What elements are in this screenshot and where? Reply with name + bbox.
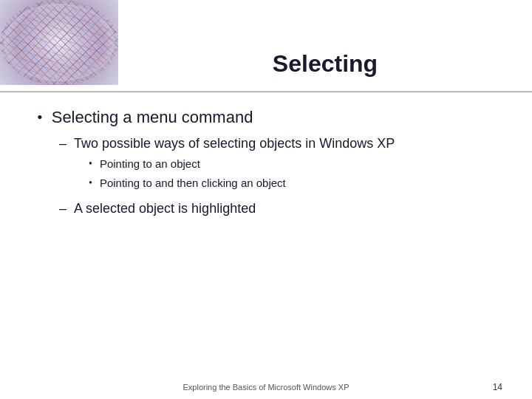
sub-sub-list: • Pointing to an object • Pointing to an… (89, 156, 395, 192)
sub-bullet-2: • Pointing to and then clicking an objec… (89, 175, 395, 192)
header-image (0, 0, 118, 85)
slide-title: Selecting (273, 50, 378, 78)
header: Selecting (0, 0, 532, 92)
sub-bullet-icon-2: • (89, 175, 92, 191)
content-area: • Selecting a menu command – Two possibl… (0, 92, 532, 399)
bullet-icon-1: • (37, 107, 43, 129)
dash-item-1-content: Two possible ways of selecting objects i… (74, 134, 395, 195)
bullet-text-1: Selecting a menu command (52, 107, 253, 129)
title-area: Selecting (118, 50, 532, 85)
sub-bullet-icon-1: • (89, 156, 92, 171)
decorative-image (0, 0, 118, 85)
dash-text-1: Two possible ways of selecting objects i… (74, 136, 395, 151)
dash-icon-1: – (59, 134, 66, 153)
dash-icon-2: – (59, 200, 66, 218)
sub-list-1: – Two possible ways of selecting objects… (59, 134, 495, 218)
sub-bullet-text-2: Pointing to and then clicking an object (100, 175, 286, 192)
sub-bullet-text-1: Pointing to an object (100, 156, 200, 173)
slide: Selecting • Selecting a menu command – T… (0, 0, 532, 399)
footer-text: Exploring the Basics of Microsoft Window… (30, 383, 502, 392)
dash-item-2: – A selected object is highlighted (59, 200, 495, 218)
sub-bullet-1: • Pointing to an object (89, 156, 395, 173)
bullet-item-1: • Selecting a menu command (37, 107, 495, 129)
dash-item-1: – Two possible ways of selecting objects… (59, 134, 495, 195)
dash-text-2: A selected object is highlighted (74, 200, 256, 218)
footer-page-number: 14 (493, 382, 502, 392)
footer: Exploring the Basics of Microsoft Window… (0, 383, 532, 392)
